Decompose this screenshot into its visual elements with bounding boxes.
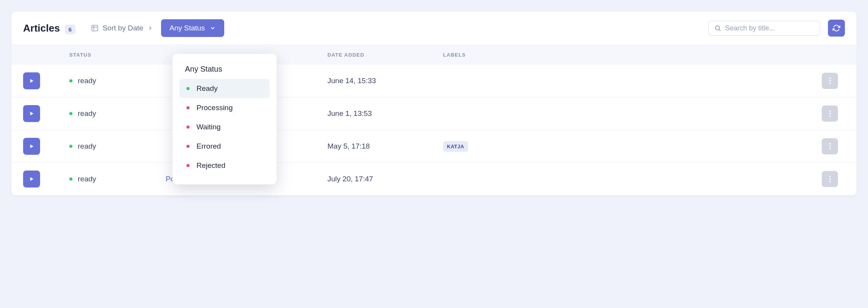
svg-point-12 [829,116,831,117]
dropdown-option-label: Waiting [196,123,221,131]
table-header: STATUS DATE ADDED LABELS [12,45,856,65]
status-cell: ready [69,77,166,85]
svg-point-20 [829,181,831,182]
status-cell: ready [69,109,166,118]
svg-point-8 [829,83,831,84]
column-header-labels: LABELS [443,52,822,58]
dropdown-option-rejected[interactable]: Rejected [180,156,270,175]
refresh-icon [833,24,840,32]
more-vertical-icon [829,77,831,84]
date-added-cell: July 20, 17:47 [327,175,443,183]
svg-point-6 [829,78,831,79]
svg-marker-13 [30,144,34,148]
svg-marker-9 [30,112,34,115]
svg-point-3 [715,26,720,30]
status-text: ready [78,175,96,183]
status-text: ready [78,142,96,151]
chevron-right-icon [147,25,153,31]
dropdown-option-label: Processing [196,104,233,112]
toolbar: Articles 6 Sort by Date Any Status [12,12,856,45]
label-chip[interactable]: KATJA [443,141,468,152]
search-field-wrapper[interactable] [709,21,820,36]
articles-count-badge: 6 [65,25,76,34]
chevron-down-icon [210,25,216,31]
status-dot-icon [186,164,190,167]
dropdown-title[interactable]: Any Status [180,63,270,79]
dropdown-option-processing[interactable]: Processing [180,98,270,117]
more-vertical-icon [829,176,831,182]
svg-point-7 [829,80,831,82]
date-added-cell: June 14, 15:33 [327,77,443,85]
status-dot-icon [186,145,190,148]
dropdown-option-label: Rejected [196,161,225,170]
play-button[interactable] [23,105,40,122]
dropdown-option-errored[interactable]: Errored [180,137,270,156]
row-more-button[interactable] [822,171,838,187]
svg-point-11 [829,113,831,114]
more-vertical-icon [829,143,831,150]
dropdown-option-waiting[interactable]: Waiting [180,117,270,137]
status-dot-icon [69,145,72,148]
status-text: ready [78,109,96,118]
status-dropdown: Any Status ReadyProcessingWaitingErrored… [173,54,277,184]
column-header-status: STATUS [69,52,166,58]
table-row: ready May 5, 17:18 KATJA [12,130,856,163]
status-dot-icon [69,177,72,181]
refresh-button[interactable] [828,20,845,37]
status-cell: ready [69,142,166,151]
svg-point-10 [829,110,831,112]
play-icon [29,78,34,84]
page-title-group: Articles 6 [23,22,76,34]
sort-label: Sort by Date [102,24,143,32]
svg-point-14 [829,143,831,145]
status-cell: ready [69,175,166,183]
svg-line-4 [719,29,720,30]
status-dot-icon [69,112,72,115]
status-text: ready [78,77,96,85]
status-dot-icon [186,106,190,109]
search-icon [714,25,721,32]
row-more-button[interactable] [822,105,838,122]
dropdown-option-label: Ready [196,84,218,93]
status-filter-label: Any Status [170,24,205,32]
search-input[interactable] [725,24,814,32]
more-vertical-icon [829,110,831,117]
date-added-cell: June 1, 13:53 [327,109,443,118]
svg-marker-5 [30,79,34,82]
status-filter-button[interactable]: Any Status [161,19,224,37]
table-row: ready Podcast July 20, 17:47 [12,163,856,196]
dropdown-option-ready[interactable]: Ready [180,79,270,98]
row-more-button[interactable] [822,73,838,89]
svg-point-18 [829,176,831,177]
play-button[interactable] [23,171,40,187]
status-dot-icon [186,87,190,90]
status-dot-icon [186,126,190,129]
play-icon [29,144,34,149]
svg-point-19 [829,178,831,180]
row-more-button[interactable] [822,138,838,154]
svg-marker-17 [30,177,34,181]
play-icon [29,111,34,116]
table-icon [91,24,99,32]
svg-rect-0 [92,25,98,31]
column-header-date: DATE ADDED [327,52,443,58]
status-dot-icon [69,79,72,82]
table-row: ready June 1, 13:53 [12,97,856,130]
dropdown-option-label: Errored [196,142,221,151]
play-button[interactable] [23,72,40,89]
page-title: Articles [23,22,60,34]
svg-point-16 [829,148,831,150]
date-added-cell: May 5, 17:18 [327,142,443,151]
table-row: ready June 14, 15:33 [12,65,856,97]
svg-point-15 [829,146,831,147]
sort-by-date-button[interactable]: Sort by Date [91,24,153,32]
play-button[interactable] [23,138,40,155]
play-icon [29,176,34,182]
